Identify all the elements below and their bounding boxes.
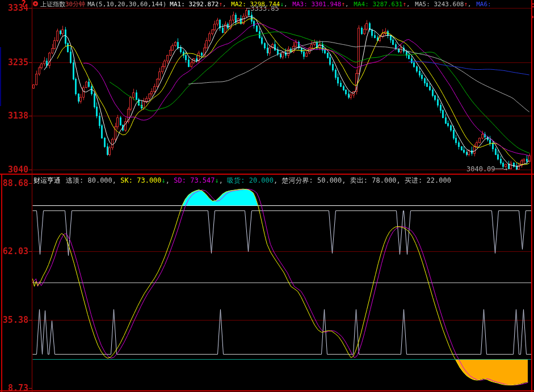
param-chuhe: 楚河分界: 50.000 bbox=[282, 176, 350, 184]
indicator-title: 财运亨通 bbox=[33, 176, 61, 184]
period-label: 30分钟 bbox=[65, 1, 85, 7]
ma5-readout: MA5: 3243.608↑ bbox=[415, 1, 475, 7]
osc-tick-8: 8.73 bbox=[0, 384, 28, 392]
gear-icon[interactable] bbox=[33, 1, 38, 6]
price-tick-3040: 3040 bbox=[0, 166, 28, 174]
alert-question-icon[interactable]: ? bbox=[21, 0, 26, 9]
ma1-readout: MA1: 3292.872↑ bbox=[170, 1, 230, 7]
down-arrow-icon: ↓ bbox=[215, 176, 219, 184]
stock-chart-window: 上证指数30分钟MA(5,10,20,30,60,144)MA1: 3292.8… bbox=[0, 0, 534, 392]
up-arrow-icon: ↑ bbox=[402, 1, 406, 7]
param-maijin: 买进: 22.000 bbox=[405, 176, 451, 184]
down-arrow-icon: ↓ bbox=[162, 176, 166, 184]
chart-canvas[interactable] bbox=[0, 0, 534, 392]
up-arrow-icon: ↑ bbox=[218, 1, 222, 7]
price-tick-3138: 3138 bbox=[0, 112, 28, 120]
symbol-name: 上证指数 bbox=[40, 1, 65, 7]
param-xihuo: 吸货: 20.000 bbox=[227, 176, 281, 184]
low-price-annotation: 3040.09──→ bbox=[466, 166, 507, 172]
main-chart-header: 上证指数30分钟MA(5,10,20,30,60,144)MA1: 3292.8… bbox=[32, 0, 531, 7]
param-sd: SD: 73.547↓ bbox=[174, 176, 227, 184]
osc-tick-88: 88.68 bbox=[0, 179, 28, 188]
param-sk: SK: 73.000↓ bbox=[120, 176, 174, 184]
high-price-annotation: ─3333.85 bbox=[246, 5, 279, 12]
param-taoding: 逃顶: 80.000 bbox=[66, 176, 120, 184]
down-arrow-icon: ↓ bbox=[280, 1, 284, 7]
ma6-readout: MA6: bbox=[476, 1, 491, 7]
indicator-header: 财运亨通逃顶: 80.000SK: 73.000↓SD: 73.547↓吸货: … bbox=[33, 175, 531, 186]
osc-tick-35: 35.38 bbox=[0, 316, 28, 324]
param-maichu: 卖出: 78.000 bbox=[350, 176, 405, 184]
up-arrow-icon: ↑ bbox=[464, 1, 468, 7]
price-tick-3235: 3235 bbox=[0, 58, 28, 67]
ma4-readout: MA4: 3287.631↑ bbox=[354, 1, 414, 7]
ma-params-label: MA(5,10,20,30,60,144) bbox=[87, 1, 166, 7]
osc-tick-62: 62.03 bbox=[0, 247, 28, 256]
up-arrow-icon: ↑ bbox=[341, 1, 345, 7]
ma3-readout: MA3: 3301.948↑ bbox=[292, 1, 352, 7]
